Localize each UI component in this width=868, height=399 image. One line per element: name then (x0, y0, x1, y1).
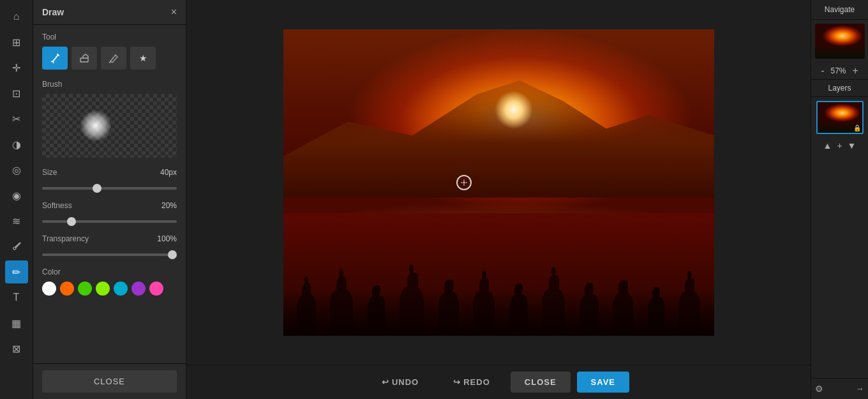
settings-button[interactable]: ⚙ (815, 384, 823, 394)
text-icon[interactable]: T (5, 286, 28, 309)
draw-panel-title: Draw (42, 7, 64, 17)
zoom-in-button[interactable]: + (850, 65, 861, 77)
tool-row: ★ (42, 47, 177, 70)
transparency-label: Transparency (42, 234, 89, 243)
navigate-title: Navigate (811, 0, 868, 20)
draw-icon[interactable]: ✏ (5, 260, 28, 283)
color-label: Color (42, 267, 177, 276)
draw-close-button[interactable]: CLOSE (42, 370, 177, 393)
nav-thumbnail (815, 24, 865, 59)
softness-label: Softness (42, 201, 72, 210)
right-panel: Navigate - 57% + Layers 🔒 ▲ + ▼ ⚙ → (811, 0, 868, 399)
canvas-image[interactable] (283, 29, 714, 336)
color-green[interactable] (78, 282, 92, 296)
undo-icon: ↩ (382, 377, 389, 387)
scissors-icon[interactable]: ✂ (5, 107, 28, 130)
close-button[interactable]: CLOSE (511, 372, 571, 393)
layers-title: Layers (811, 80, 868, 97)
transparency-slider[interactable] (42, 253, 177, 256)
right-panel-spacer (811, 153, 868, 378)
svg-rect-1 (80, 58, 88, 62)
layer-thumbnail[interactable]: 🔒 (816, 101, 864, 134)
left-sidebar: ⌂ ⊞ ✛ ⊡ ✂ ◑ ◎ ◉ ≋ ✏ T ▦ ⊠ (0, 0, 33, 399)
zoom-out-button[interactable]: - (818, 65, 827, 77)
size-section: Size 40px (42, 168, 177, 192)
layer-controls: ▲ + ▼ (811, 138, 868, 153)
filter-icon[interactable]: ◎ (5, 158, 28, 181)
softness-slider[interactable] (42, 220, 177, 223)
draw-panel: Draw × Tool (33, 0, 186, 399)
color-swatches (42, 282, 177, 296)
zoom-row: - 57% + (811, 63, 868, 80)
crop-icon[interactable]: ⊡ (5, 82, 28, 105)
lock-icon: 🔒 (853, 124, 861, 132)
export-icon[interactable]: ⊠ (5, 337, 28, 360)
redo-button[interactable]: ↪REDO (439, 372, 504, 393)
ground-dark (283, 290, 714, 336)
color-purple[interactable] (131, 282, 146, 296)
size-label: Size (42, 168, 57, 177)
undo-button[interactable]: ↩UNDO (368, 372, 433, 393)
waves-icon[interactable]: ≋ (5, 209, 28, 232)
draw-panel-content: Tool ★ (33, 25, 186, 363)
layer-down-button[interactable]: ▼ (848, 140, 857, 151)
save-button[interactable]: SAVE (577, 372, 629, 393)
color-section: Color (42, 267, 177, 296)
brush-section-label: Brush (42, 80, 177, 89)
eyedropper-icon[interactable] (5, 235, 28, 258)
brush-blob (80, 110, 112, 142)
draw-panel-close-icon[interactable]: × (171, 6, 177, 18)
zoom-level: 57% (830, 66, 846, 75)
color-orange[interactable] (60, 282, 74, 296)
sun (495, 91, 533, 129)
adjust-icon[interactable]: ◑ (5, 133, 28, 156)
softness-section: Softness 20% (42, 201, 177, 225)
nav-thumb-trees (815, 45, 865, 59)
canvas-area: ↩UNDO ↪REDO CLOSE SAVE (186, 0, 811, 399)
transparency-value: 100% (157, 234, 177, 243)
softness-value: 20% (161, 201, 177, 210)
pencil-tool-button[interactable] (101, 47, 126, 70)
transparency-section: Transparency 100% (42, 234, 177, 259)
canvas-image-container (186, 0, 811, 365)
size-slider[interactable] (42, 187, 177, 190)
svg-point-0 (13, 247, 16, 250)
brush-tool-button[interactable] (42, 47, 68, 70)
move-icon[interactable]: ✛ (5, 56, 28, 79)
tool-section-label: Tool (42, 33, 177, 41)
bottom-toolbar: ↩UNDO ↪REDO CLOSE SAVE (186, 365, 811, 399)
right-panel-footer: ⚙ → (811, 378, 868, 399)
vignette-icon[interactable]: ◉ (5, 184, 28, 207)
redo-icon: ↪ (453, 377, 461, 387)
star-tool-button[interactable]: ★ (130, 47, 156, 70)
color-teal[interactable] (114, 282, 128, 296)
size-value: 40px (160, 168, 177, 177)
texture-icon[interactable]: ▦ (5, 312, 28, 335)
color-white[interactable] (42, 282, 56, 296)
eraser-tool-button[interactable] (71, 47, 97, 70)
panel-export-button[interactable]: → (855, 384, 864, 394)
layer-up-button[interactable]: ▲ (823, 140, 832, 151)
color-lime[interactable] (96, 282, 110, 296)
layer-add-button[interactable]: + (837, 140, 842, 151)
draw-panel-footer: CLOSE (33, 363, 186, 399)
home-icon[interactable]: ⌂ (5, 5, 28, 28)
brush-preview (42, 94, 177, 158)
draw-panel-header: Draw × (33, 0, 186, 25)
layers-icon[interactable]: ⊞ (5, 31, 28, 54)
color-pink[interactable] (149, 282, 163, 296)
